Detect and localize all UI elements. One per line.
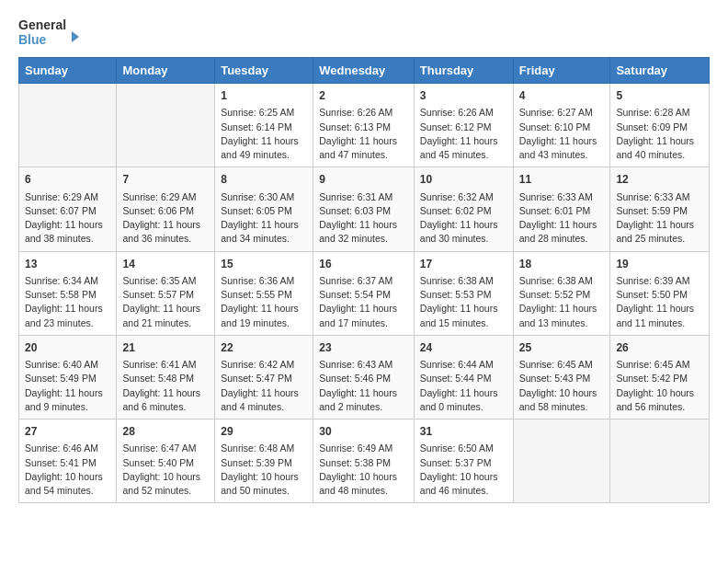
day-info: Sunrise: 6:26 AMSunset: 6:12 PMDaylight:… [420, 106, 507, 162]
day-number: 5 [616, 88, 703, 104]
calendar-table: SundayMondayTuesdayWednesdayThursdayFrid… [18, 57, 710, 503]
day-number: 28 [122, 424, 209, 440]
day-number: 23 [319, 340, 408, 356]
day-number: 29 [221, 424, 307, 440]
calendar-cell: 17Sunrise: 6:38 AMSunset: 5:53 PMDayligh… [414, 251, 513, 335]
day-info: Sunrise: 6:42 AMSunset: 5:47 PMDaylight:… [221, 358, 307, 414]
day-number: 2 [319, 88, 408, 104]
calendar-cell: 22Sunrise: 6:42 AMSunset: 5:47 PMDayligh… [215, 335, 313, 419]
day-info: Sunrise: 6:44 AMSunset: 5:44 PMDaylight:… [420, 358, 507, 414]
day-info: Sunrise: 6:35 AMSunset: 5:57 PMDaylight:… [122, 274, 209, 330]
calendar-week-row: 27Sunrise: 6:46 AMSunset: 5:41 PMDayligh… [19, 419, 710, 503]
day-number: 1 [221, 88, 307, 104]
calendar-week-row: 20Sunrise: 6:40 AMSunset: 5:49 PMDayligh… [19, 335, 710, 419]
day-info: Sunrise: 6:45 AMSunset: 5:43 PMDaylight:… [519, 358, 605, 414]
weekday-header: Friday [513, 58, 610, 84]
day-number: 24 [420, 340, 507, 356]
logo: General Blue [18, 15, 83, 50]
day-number: 17 [420, 257, 507, 272]
calendar-cell: 4Sunrise: 6:27 AMSunset: 6:10 PMDaylight… [513, 84, 610, 167]
day-number: 27 [25, 424, 110, 440]
calendar-cell: 31Sunrise: 6:50 AMSunset: 5:37 PMDayligh… [414, 419, 513, 503]
weekday-header: Saturday [610, 58, 710, 84]
day-info: Sunrise: 6:38 AMSunset: 5:52 PMDaylight:… [519, 274, 605, 330]
day-info: Sunrise: 6:29 AMSunset: 6:06 PMDaylight:… [122, 190, 209, 247]
calendar-cell: 13Sunrise: 6:34 AMSunset: 5:58 PMDayligh… [19, 251, 117, 335]
calendar-cell: 5Sunrise: 6:28 AMSunset: 6:09 PMDaylight… [610, 84, 710, 167]
day-info: Sunrise: 6:31 AMSunset: 6:03 PMDaylight:… [319, 190, 408, 247]
calendar-cell: 29Sunrise: 6:48 AMSunset: 5:39 PMDayligh… [215, 419, 313, 503]
page-header: General Blue [18, 15, 710, 50]
day-info: Sunrise: 6:43 AMSunset: 5:46 PMDaylight:… [319, 358, 408, 414]
calendar-week-row: 1Sunrise: 6:25 AMSunset: 6:14 PMDaylight… [19, 84, 710, 167]
logo-svg: General Blue [18, 15, 83, 50]
weekday-header: Thursday [414, 58, 513, 84]
day-number: 10 [420, 172, 507, 188]
day-info: Sunrise: 6:46 AMSunset: 5:41 PMDaylight:… [25, 442, 110, 498]
day-info: Sunrise: 6:38 AMSunset: 5:53 PMDaylight:… [420, 274, 507, 330]
calendar-week-row: 13Sunrise: 6:34 AMSunset: 5:58 PMDayligh… [19, 251, 710, 335]
day-info: Sunrise: 6:45 AMSunset: 5:42 PMDaylight:… [616, 358, 703, 414]
calendar-cell: 21Sunrise: 6:41 AMSunset: 5:48 PMDayligh… [117, 335, 215, 419]
day-number: 26 [616, 340, 703, 356]
day-number: 18 [519, 257, 605, 272]
day-info: Sunrise: 6:32 AMSunset: 6:02 PMDaylight:… [420, 190, 507, 247]
calendar-cell: 27Sunrise: 6:46 AMSunset: 5:41 PMDayligh… [19, 419, 117, 503]
calendar-cell: 1Sunrise: 6:25 AMSunset: 6:14 PMDaylight… [215, 84, 313, 167]
day-number: 6 [25, 172, 110, 188]
day-number: 7 [122, 172, 209, 188]
day-info: Sunrise: 6:33 AMSunset: 6:01 PMDaylight:… [519, 190, 605, 247]
calendar-cell: 26Sunrise: 6:45 AMSunset: 5:42 PMDayligh… [610, 335, 710, 419]
calendar-cell: 9Sunrise: 6:31 AMSunset: 6:03 PMDaylight… [313, 167, 415, 251]
calendar-cell: 20Sunrise: 6:40 AMSunset: 5:49 PMDayligh… [19, 335, 117, 419]
day-info: Sunrise: 6:30 AMSunset: 6:05 PMDaylight:… [221, 190, 307, 247]
calendar-cell: 7Sunrise: 6:29 AMSunset: 6:06 PMDaylight… [117, 167, 215, 251]
day-number: 20 [25, 340, 110, 356]
calendar-cell: 25Sunrise: 6:45 AMSunset: 5:43 PMDayligh… [513, 335, 610, 419]
day-info: Sunrise: 6:50 AMSunset: 5:37 PMDaylight:… [420, 442, 507, 498]
day-number: 31 [420, 424, 507, 440]
header-row: SundayMondayTuesdayWednesdayThursdayFrid… [19, 58, 710, 84]
day-number: 13 [25, 257, 110, 272]
calendar-cell: 14Sunrise: 6:35 AMSunset: 5:57 PMDayligh… [117, 251, 215, 335]
day-info: Sunrise: 6:37 AMSunset: 5:54 PMDaylight:… [319, 274, 408, 330]
day-info: Sunrise: 6:36 AMSunset: 5:55 PMDaylight:… [221, 274, 307, 330]
calendar-cell: 18Sunrise: 6:38 AMSunset: 5:52 PMDayligh… [513, 251, 610, 335]
weekday-header: Wednesday [313, 58, 415, 84]
day-info: Sunrise: 6:26 AMSunset: 6:13 PMDaylight:… [319, 106, 408, 162]
day-info: Sunrise: 6:49 AMSunset: 5:38 PMDaylight:… [319, 442, 408, 498]
day-number: 14 [122, 257, 209, 272]
day-number: 11 [519, 172, 605, 188]
weekday-header: Monday [117, 58, 215, 84]
calendar-cell: 12Sunrise: 6:33 AMSunset: 5:59 PMDayligh… [610, 167, 710, 251]
calendar-cell: 10Sunrise: 6:32 AMSunset: 6:02 PMDayligh… [414, 167, 513, 251]
calendar-cell: 3Sunrise: 6:26 AMSunset: 6:12 PMDaylight… [414, 84, 513, 167]
calendar-cell: 6Sunrise: 6:29 AMSunset: 6:07 PMDaylight… [19, 167, 117, 251]
day-number: 12 [616, 172, 703, 188]
day-number: 9 [319, 172, 408, 188]
day-info: Sunrise: 6:28 AMSunset: 6:09 PMDaylight:… [616, 106, 703, 162]
day-info: Sunrise: 6:40 AMSunset: 5:49 PMDaylight:… [25, 358, 110, 414]
calendar-cell: 8Sunrise: 6:30 AMSunset: 6:05 PMDaylight… [215, 167, 313, 251]
day-number: 25 [519, 340, 605, 356]
day-info: Sunrise: 6:47 AMSunset: 5:40 PMDaylight:… [122, 442, 209, 498]
day-number: 30 [319, 424, 408, 440]
day-info: Sunrise: 6:48 AMSunset: 5:39 PMDaylight:… [221, 442, 307, 498]
calendar-cell: 11Sunrise: 6:33 AMSunset: 6:01 PMDayligh… [513, 167, 610, 251]
calendar-cell: 23Sunrise: 6:43 AMSunset: 5:46 PMDayligh… [313, 335, 415, 419]
day-number: 15 [221, 257, 307, 272]
calendar-cell: 30Sunrise: 6:49 AMSunset: 5:38 PMDayligh… [313, 419, 415, 503]
day-info: Sunrise: 6:29 AMSunset: 6:07 PMDaylight:… [25, 190, 110, 247]
calendar-cell: 16Sunrise: 6:37 AMSunset: 5:54 PMDayligh… [313, 251, 415, 335]
day-info: Sunrise: 6:41 AMSunset: 5:48 PMDaylight:… [122, 358, 209, 414]
calendar-cell: 15Sunrise: 6:36 AMSunset: 5:55 PMDayligh… [215, 251, 313, 335]
day-info: Sunrise: 6:25 AMSunset: 6:14 PMDaylight:… [221, 106, 307, 162]
day-info: Sunrise: 6:34 AMSunset: 5:58 PMDaylight:… [25, 274, 110, 330]
svg-text:General: General [18, 17, 66, 32]
calendar-cell: 2Sunrise: 6:26 AMSunset: 6:13 PMDaylight… [313, 84, 415, 167]
calendar-cell: 19Sunrise: 6:39 AMSunset: 5:50 PMDayligh… [610, 251, 710, 335]
day-number: 8 [221, 172, 307, 188]
calendar-cell: 24Sunrise: 6:44 AMSunset: 5:44 PMDayligh… [414, 335, 513, 419]
day-info: Sunrise: 6:33 AMSunset: 5:59 PMDaylight:… [616, 190, 703, 247]
calendar-cell [610, 419, 710, 503]
